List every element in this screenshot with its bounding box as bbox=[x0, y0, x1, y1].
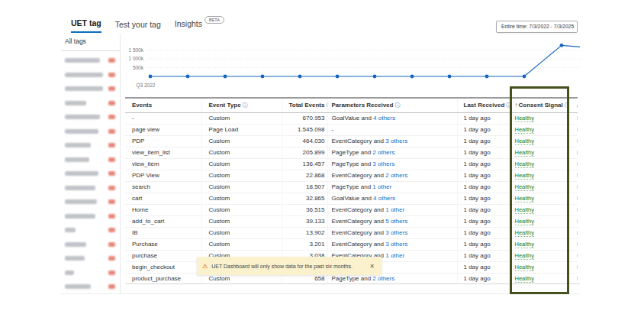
consent-status-badge[interactable]: Healthy bbox=[515, 229, 534, 237]
parameters-others-link[interactable]: 1 other bbox=[372, 183, 391, 190]
col-header-events[interactable]: Events bbox=[125, 98, 201, 112]
parameters-others-link[interactable]: 3 others bbox=[385, 138, 407, 144]
action-link[interactable]: E bbox=[577, 149, 578, 156]
data-point[interactable] bbox=[485, 75, 489, 79]
tag-list-item[interactable] bbox=[65, 271, 115, 275]
tag-list-item[interactable] bbox=[65, 58, 115, 63]
parameters-others-link[interactable]: 1 other bbox=[385, 206, 404, 213]
data-point[interactable] bbox=[560, 44, 564, 47]
col-header-actions[interactable]: A bbox=[569, 98, 578, 112]
data-point[interactable] bbox=[261, 75, 265, 79]
parameters-others-link[interactable]: 4 others bbox=[373, 115, 395, 121]
col-header-parameters-received[interactable]: Parameters Receivedⓘ bbox=[327, 98, 457, 112]
consent-status-badge[interactable]: Healthy bbox=[515, 264, 534, 271]
action-link[interactable]: E bbox=[577, 126, 578, 133]
action-link[interactable]: E bbox=[577, 229, 578, 236]
action-link[interactable]: E bbox=[577, 172, 578, 179]
close-icon[interactable]: ✕ bbox=[369, 263, 375, 270]
tag-list-item[interactable] bbox=[65, 214, 115, 219]
action-link[interactable]: E bbox=[577, 218, 578, 225]
data-point[interactable] bbox=[298, 75, 302, 79]
cell-action: E bbox=[569, 147, 578, 158]
data-point[interactable] bbox=[373, 75, 377, 79]
cell-event-type: Custom bbox=[201, 170, 282, 181]
parameters-others-link[interactable]: 2 others bbox=[372, 149, 394, 156]
date-range-selector[interactable]: Entire time: 7/3/2022 - 7/3/2025 bbox=[496, 21, 578, 33]
tag-list-item[interactable] bbox=[65, 171, 115, 176]
action-link[interactable]: E bbox=[577, 160, 578, 167]
parameters-others-link[interactable]: 2 others bbox=[372, 275, 394, 282]
action-link[interactable]: E bbox=[577, 115, 578, 121]
tag-list-item[interactable] bbox=[65, 242, 115, 247]
col-header-total-events[interactable]: Total Eventsⓘ bbox=[282, 98, 327, 112]
action-link[interactable]: E bbox=[577, 138, 578, 144]
cell-consent-signal: Healthy bbox=[510, 204, 569, 215]
tag-list-item[interactable] bbox=[65, 186, 115, 190]
tag-list-item[interactable] bbox=[65, 143, 115, 147]
tag-list-item[interactable] bbox=[65, 115, 115, 119]
tag-list-item[interactable] bbox=[65, 86, 115, 91]
cell-event: view_item bbox=[125, 158, 201, 170]
consent-status-badge[interactable]: Healthy bbox=[515, 126, 534, 134]
data-point[interactable] bbox=[186, 75, 190, 79]
consent-status-badge[interactable]: Healthy bbox=[515, 275, 534, 283]
data-point[interactable] bbox=[523, 75, 526, 79]
consent-status-badge[interactable]: Healthy bbox=[515, 115, 534, 122]
info-icon[interactable]: ⓘ bbox=[394, 102, 400, 108]
consent-status-badge[interactable]: Healthy bbox=[515, 149, 534, 157]
col-header-last-received[interactable]: Last Receivedⓘ bbox=[457, 98, 510, 112]
tag-list-item[interactable] bbox=[65, 157, 115, 162]
data-point[interactable] bbox=[224, 75, 227, 79]
redacted-tag-status bbox=[108, 242, 115, 247]
parameters-others-link[interactable]: 3 others bbox=[385, 241, 407, 248]
action-link[interactable]: E bbox=[577, 183, 578, 190]
action-link[interactable]: E bbox=[577, 275, 578, 282]
action-link[interactable]: E bbox=[577, 195, 578, 202]
col-header-consent-signal[interactable]: ↑Consent Signalⓘ bbox=[510, 98, 569, 112]
consent-status-badge[interactable]: Healthy bbox=[515, 206, 534, 214]
consent-status-badge[interactable]: Healthy bbox=[515, 160, 534, 168]
tag-list-item[interactable] bbox=[65, 129, 115, 134]
redacted-tag-name bbox=[65, 171, 98, 176]
tab-uet-tag[interactable]: UET tag bbox=[71, 18, 101, 33]
sidebar-item-all-tags[interactable]: All tags bbox=[61, 34, 120, 51]
action-link[interactable]: E bbox=[577, 252, 578, 259]
data-point[interactable] bbox=[448, 75, 452, 79]
consent-status-badge[interactable]: Healthy bbox=[515, 241, 534, 248]
tag-list-item[interactable] bbox=[65, 284, 115, 289]
tag-list-item[interactable] bbox=[65, 199, 115, 204]
parameters-others-link[interactable]: 2 others bbox=[385, 172, 407, 179]
info-icon[interactable]: ⓘ bbox=[243, 102, 248, 108]
data-point[interactable] bbox=[149, 75, 153, 79]
parameters-others-link[interactable]: 3 others bbox=[372, 160, 394, 167]
tag-list-item[interactable] bbox=[65, 228, 115, 232]
data-point[interactable] bbox=[411, 75, 414, 79]
info-icon[interactable]: ⓘ bbox=[506, 102, 510, 108]
action-link[interactable]: E bbox=[577, 264, 578, 271]
tab-insights[interactable]: InsightsBETA bbox=[175, 19, 224, 33]
action-link[interactable]: E bbox=[577, 206, 578, 213]
col-header-event-type[interactable]: Event Typeⓘ bbox=[201, 98, 282, 112]
tag-list-item[interactable] bbox=[65, 73, 115, 77]
info-icon[interactable]: ⓘ bbox=[565, 102, 569, 108]
tab-test-your-tag[interactable]: Test your tag bbox=[115, 20, 161, 33]
cell-parameters-received: PageType and 1 other bbox=[327, 181, 457, 193]
consent-status-badge[interactable]: Healthy bbox=[515, 183, 534, 191]
cell-action: E bbox=[569, 227, 578, 238]
tag-list-item[interactable] bbox=[65, 101, 115, 105]
tag-list-item[interactable] bbox=[65, 256, 115, 261]
parameters-others-link[interactable]: 4 others bbox=[373, 195, 395, 202]
parameters-others-link[interactable]: 3 others bbox=[385, 229, 407, 236]
parameters-others-link[interactable]: 1 other bbox=[385, 252, 404, 259]
parameters-others-link[interactable]: 5 others bbox=[385, 218, 407, 225]
data-point[interactable] bbox=[336, 75, 340, 79]
consent-status-badge[interactable]: Healthy bbox=[515, 195, 534, 202]
consent-status-badge[interactable]: Healthy bbox=[515, 252, 534, 260]
consent-status-badge[interactable]: Healthy bbox=[515, 172, 534, 180]
cell-last-received: 1 day ago bbox=[457, 158, 510, 170]
cell-event: Purchase bbox=[125, 238, 201, 250]
consent-status-badge[interactable]: Healthy bbox=[515, 218, 534, 225]
cell-action: E bbox=[569, 250, 578, 261]
consent-status-badge[interactable]: Healthy bbox=[515, 138, 534, 145]
action-link[interactable]: E bbox=[577, 241, 578, 248]
